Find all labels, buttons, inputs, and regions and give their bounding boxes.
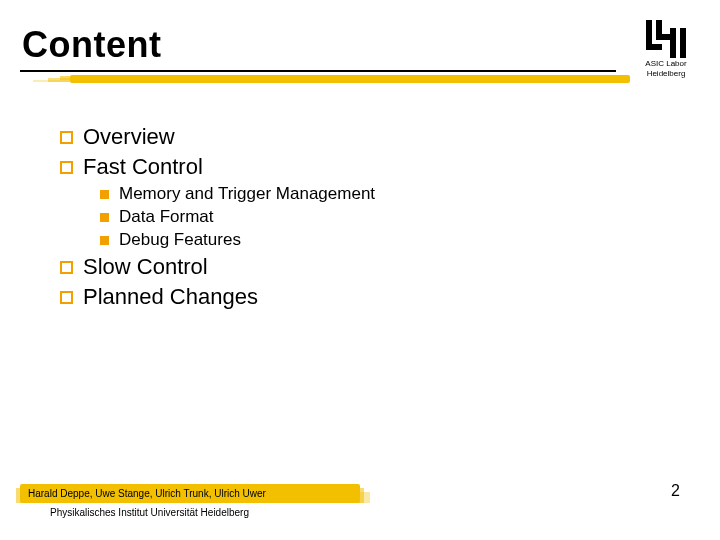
hollow-square-bullet-icon (60, 161, 73, 174)
list-item: Planned Changes (60, 284, 620, 310)
hollow-square-bullet-icon (60, 291, 73, 304)
title-brush-stroke (70, 75, 630, 83)
list-item: Data Format (100, 207, 620, 227)
hollow-square-bullet-icon (60, 261, 73, 274)
list-item-label: Slow Control (83, 254, 208, 280)
list-item-label: Data Format (119, 207, 213, 227)
footer-highlight-bar: Harald Deppe, Uwe Stange, Ulrich Trunk, … (20, 484, 360, 503)
list-item: Slow Control (60, 254, 620, 280)
slide: Content ASIC Labor Heidelberg Overview F… (0, 0, 720, 540)
title-underline (20, 70, 616, 84)
solid-square-bullet-icon (100, 236, 109, 245)
title-rule (20, 70, 616, 72)
logo-text-line1: ASIC Labor (636, 60, 696, 68)
list-item: Overview (60, 124, 620, 150)
list-item-label: Overview (83, 124, 175, 150)
solid-square-bullet-icon (100, 213, 109, 222)
list-item-label: Debug Features (119, 230, 241, 250)
content-outline: Overview Fast Control Memory and Trigger… (60, 120, 620, 314)
list-item-label: Fast Control (83, 154, 203, 180)
svg-rect-5 (646, 44, 662, 50)
logo-text-line2: Heidelberg (636, 70, 696, 78)
footer-authors: Harald Deppe, Uwe Stange, Ulrich Trunk, … (28, 488, 352, 499)
page-title: Content (22, 24, 161, 66)
page-number: 2 (671, 482, 680, 500)
footer-institution: Physikalisches Institut Universität Heid… (50, 507, 700, 518)
sublist: Memory and Trigger Management Data Forma… (100, 184, 620, 250)
svg-rect-3 (670, 28, 676, 58)
list-item: Memory and Trigger Management (100, 184, 620, 204)
logo-mark-icon (646, 20, 686, 58)
list-item-label: Planned Changes (83, 284, 258, 310)
footer: Harald Deppe, Uwe Stange, Ulrich Trunk, … (20, 484, 700, 518)
list-item: Fast Control (60, 154, 620, 180)
logo: ASIC Labor Heidelberg (636, 20, 696, 79)
hollow-square-bullet-icon (60, 131, 73, 144)
list-item: Debug Features (100, 230, 620, 250)
solid-square-bullet-icon (100, 190, 109, 199)
svg-rect-4 (680, 28, 686, 58)
list-item-label: Memory and Trigger Management (119, 184, 375, 204)
